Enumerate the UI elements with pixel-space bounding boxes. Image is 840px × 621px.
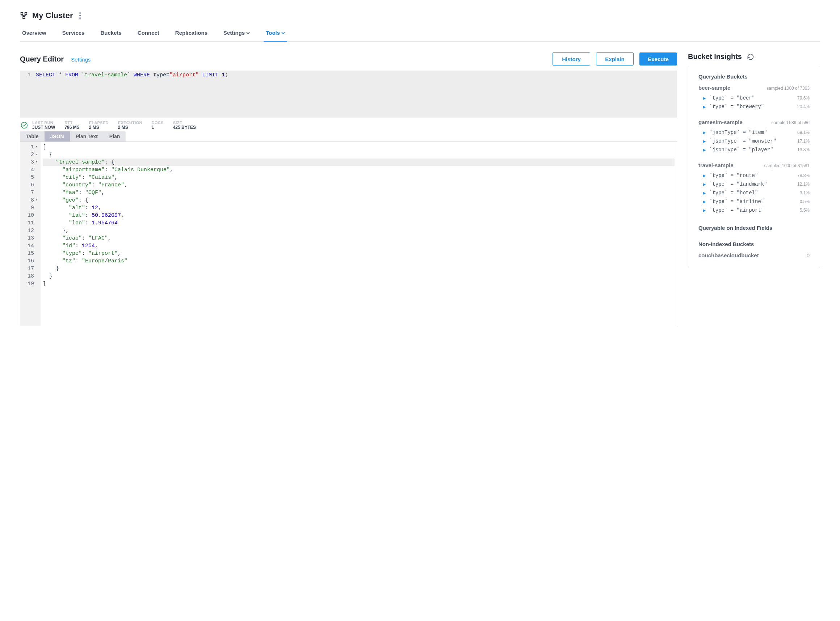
stat-value: 2 MS	[118, 125, 142, 130]
tab-plan-text[interactable]: Plan Text	[70, 131, 103, 141]
execute-button[interactable]: Execute	[640, 53, 677, 65]
stat-label: DOCS	[152, 121, 164, 125]
status-success-icon	[21, 121, 28, 129]
bucket-type-row[interactable]: ▶`jsonType` = "item"69.1%	[698, 128, 810, 137]
type-expression: `jsonType` = "monster"	[709, 138, 776, 144]
stat-label: RTT	[64, 121, 79, 125]
nav-tools[interactable]: Tools	[264, 27, 287, 42]
bucket-name[interactable]: beer-sample	[698, 85, 730, 91]
bucket-type-row[interactable]: ▶`type` = "brewery"20.4%	[698, 102, 810, 111]
query-editor-settings-link[interactable]: Settings	[71, 56, 91, 63]
stat-label: SIZE	[173, 121, 196, 125]
svg-rect-0	[21, 13, 23, 15]
bucket-name[interactable]: gamesim-sample	[698, 119, 743, 125]
nav-connect[interactable]: Connect	[135, 27, 161, 42]
bucket-type-row[interactable]: ▶`type` = "airport"5.5%	[698, 206, 810, 215]
type-percent: 3.1%	[800, 190, 810, 195]
type-expression: `type` = "landmark"	[709, 181, 767, 187]
tab-plan[interactable]: Plan	[103, 131, 126, 141]
bucket-name[interactable]: travel-sample	[698, 162, 734, 168]
type-expression: `type` = "airline"	[709, 199, 764, 204]
bucket-sampled: sampled 586 of 586	[772, 120, 810, 125]
expand-arrow-icon[interactable]: ▶	[703, 199, 706, 204]
bucket-type-row[interactable]: ▶`type` = "landmark"12.1%	[698, 180, 810, 189]
bucket-sampled: sampled 1000 of 31591	[764, 163, 810, 168]
bucket-type-row[interactable]: ▶`jsonType` = "monster"17.1%	[698, 137, 810, 145]
history-button[interactable]: History	[552, 53, 590, 65]
nav-replications[interactable]: Replications	[173, 27, 210, 42]
bucket-insights-title: Bucket Insights	[688, 53, 742, 61]
nav-overview[interactable]: Overview	[20, 27, 49, 42]
expand-arrow-icon[interactable]: ▶	[703, 96, 706, 101]
explain-button[interactable]: Explain	[596, 53, 634, 65]
queryable-buckets-label: Queryable Buckets	[698, 73, 810, 80]
nav-buckets[interactable]: Buckets	[98, 27, 123, 42]
type-percent: 0.5%	[800, 199, 810, 204]
expand-arrow-icon[interactable]: ▶	[703, 148, 706, 152]
refresh-icon[interactable]	[747, 53, 754, 61]
cluster-title: My Cluster	[32, 11, 73, 20]
svg-point-3	[79, 12, 81, 14]
bucket-type-row[interactable]: ▶`type` = "route"78.8%	[698, 171, 810, 180]
nonindexed-bucket-name: couchbasecloudbucket	[698, 252, 759, 258]
tab-table[interactable]: Table	[20, 131, 44, 141]
stat-value: 796 MS	[64, 125, 79, 130]
nonindexed-bucket-count: 0	[807, 252, 810, 258]
nonindexed-buckets-label: Non-Indexed Buckets	[698, 241, 810, 247]
query-editor-title: Query Editor	[20, 55, 64, 63]
sql-editor-content[interactable]: SELECT * FROM `travel-sample` WHERE type…	[34, 71, 677, 118]
bucket-type-row[interactable]: ▶`type` = "airline"0.5%	[698, 197, 810, 206]
svg-point-5	[79, 17, 81, 19]
stat-label: EXECUTION	[118, 121, 142, 125]
type-percent: 12.1%	[797, 182, 810, 187]
json-result-body[interactable]: [ { "travel-sample": { "airportname": "C…	[41, 142, 677, 326]
expand-arrow-icon[interactable]: ▶	[703, 173, 706, 178]
stat-value: 1	[152, 125, 164, 130]
nav-settings[interactable]: Settings	[221, 27, 252, 42]
bucket-type-row[interactable]: ▶`type` = "hotel"3.1%	[698, 189, 810, 197]
expand-arrow-icon[interactable]: ▶	[703, 105, 706, 109]
expand-arrow-icon[interactable]: ▶	[703, 182, 706, 187]
editor-gutter: 1	[20, 71, 34, 118]
type-expression: `type` = "hotel"	[709, 190, 758, 196]
svg-rect-1	[25, 13, 27, 15]
expand-arrow-icon[interactable]: ▶	[703, 208, 706, 213]
svg-rect-2	[23, 17, 25, 19]
chevron-down-icon	[246, 31, 250, 35]
nav-services[interactable]: Services	[60, 27, 87, 42]
type-percent: 69.1%	[797, 130, 810, 135]
bucket-section: travel-samplesampled 1000 of 31591▶`type…	[698, 162, 810, 215]
bucket-insights-panel: Queryable Buckets beer-samplesampled 100…	[688, 66, 820, 268]
indexed-fields-label: Queryable on Indexed Fields	[698, 225, 810, 231]
cluster-menu-icon[interactable]	[77, 12, 83, 19]
cluster-icon	[20, 12, 28, 20]
type-expression: `jsonType` = "item"	[709, 130, 767, 135]
json-gutter: 1▾ 2▾ 3▾ 4 5 6 7 8▾ 9 10 11 12 13 14 15 …	[20, 142, 41, 326]
type-expression: `type` = "beer"	[709, 95, 755, 101]
expand-arrow-icon[interactable]: ▶	[703, 191, 706, 195]
type-expression: `type` = "brewery"	[709, 104, 764, 110]
stat-value: 2 MS	[89, 125, 109, 130]
bucket-type-row[interactable]: ▶`jsonType` = "player"13.8%	[698, 145, 810, 154]
nav-tools-label: Tools	[266, 30, 280, 36]
stat-value: JUST NOW	[32, 125, 55, 130]
stat-label: LAST RUN	[32, 121, 55, 125]
type-percent: 79.6%	[797, 95, 810, 101]
main-nav: Overview Services Buckets Connect Replic…	[20, 27, 820, 42]
expand-arrow-icon[interactable]: ▶	[703, 139, 706, 144]
nonindexed-bucket-row[interactable]: couchbasecloudbucket 0	[698, 252, 810, 258]
stat-value: 425 BYTES	[173, 125, 196, 130]
bucket-section: beer-samplesampled 1000 of 7303▶`type` =…	[698, 85, 810, 111]
stat-label: ELAPSED	[89, 121, 109, 125]
bucket-section: gamesim-samplesampled 586 of 586▶`jsonTy…	[698, 119, 810, 154]
sql-editor[interactable]: 1 SELECT * FROM `travel-sample` WHERE ty…	[20, 71, 677, 118]
nav-settings-label: Settings	[223, 30, 245, 36]
type-percent: 78.8%	[797, 173, 810, 178]
type-percent: 5.5%	[800, 208, 810, 213]
type-expression: `type` = "route"	[709, 173, 758, 179]
type-expression: `jsonType` = "player"	[709, 147, 773, 153]
tab-json[interactable]: JSON	[44, 131, 70, 141]
expand-arrow-icon[interactable]: ▶	[703, 130, 706, 135]
type-percent: 20.4%	[797, 104, 810, 109]
bucket-type-row[interactable]: ▶`type` = "beer"79.6%	[698, 94, 810, 102]
